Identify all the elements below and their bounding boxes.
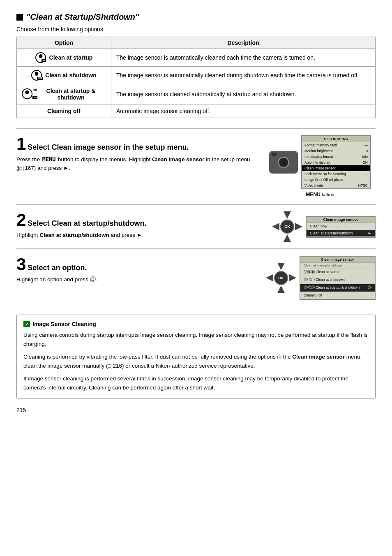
table-row-option-1: OFF Clean at shutdown [17,67,111,84]
step-number-1: 1 [16,135,26,153]
step-1: 1 Select Clean image sensor in the setup… [16,128,376,204]
table-row-desc-3: Automatic image sensor cleaning off. [111,104,376,118]
note-box: ✓ Image Sensor Cleaning Using camera con… [16,315,376,398]
note-title: ✓ Image Sensor Cleaning [23,321,369,327]
step-3: 3 Select an option. Highlight an option … [16,248,376,306]
title-section: "Clean at Startup/Shutdown" [16,12,376,22]
step-heading-1: Select Clean image sensor in the setup m… [28,143,189,152]
table-row-desc-0: The image sensor is automatically cleane… [111,49,376,67]
note-body: Using camera controls during startup int… [23,331,369,392]
step-number-2: 2 [16,211,26,229]
step-heading-3: Select an option. [28,264,87,272]
subtitle: Choose from the following options: [16,26,376,32]
step-image-3: OK Clean image sensor Clean at startup/s… [265,256,376,300]
table-row-option-0: ON Clean at startup [17,49,111,67]
table-row-desc-1: The image sensor is automatically cleane… [111,67,376,84]
step-body-2: Highlight Clean at startup/shutdown and … [16,231,256,240]
step-number-3: 3 [16,256,26,273]
step-image-2: OK Clean image sensor Clean now Clean at… [265,211,376,242]
page-title: "Clean at Startup/Shutdown" [26,12,139,21]
options-table: Option Description ON Clean at startupTh… [16,37,376,118]
note-title-text: Image Sensor Cleaning [32,321,96,327]
step-body-3: Highlight an option and press Ⓞ. [16,276,256,284]
note-paragraph-0: Using camera controls during startup int… [23,331,369,348]
table-row-desc-2: The image sensor is cleaned automaticall… [111,84,376,104]
step-body-1: Press the MENU button to display the men… [16,155,256,173]
section-icon [16,14,23,21]
note-check-icon: ✓ [23,321,30,327]
step-heading-2: Select Clean at startup/shutdown. [28,219,146,228]
table-row-option-2: ON OFF Clean at startup & shutdown [17,84,111,104]
table-header-description: Description [111,37,376,49]
table-header-option: Option [17,37,111,49]
step-image-1: SETUP MENU Format memory card— Monitor b… [265,135,376,197]
table-row-option-3: Cleaning off [17,104,111,118]
note-paragraph-1: Cleaning is performed by vibrating the l… [23,352,369,370]
step-2: 2 Select Clean at startup/shutdown. High… [16,204,376,248]
note-paragraph-2: If image sensor cleaning is performed se… [23,374,369,392]
page-number: 215 [16,407,376,413]
